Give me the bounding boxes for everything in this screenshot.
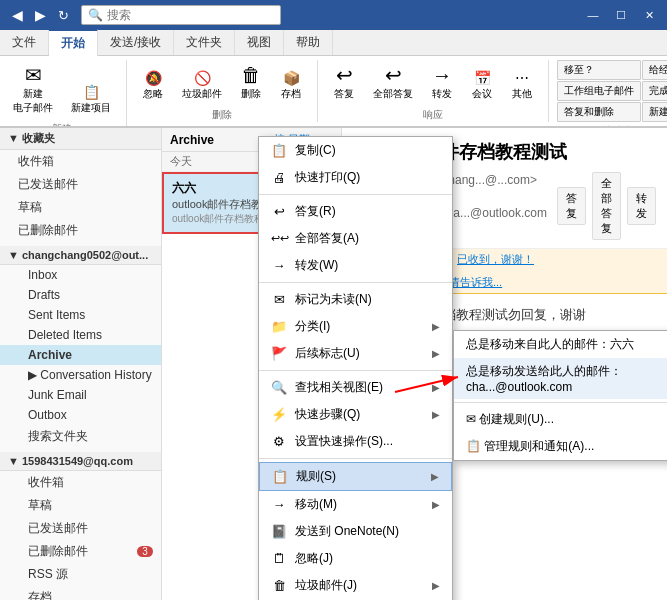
delete-btn[interactable]: 🗑 删除 <box>233 60 269 106</box>
sidebar-item-sent-fav[interactable]: 已发送邮件 <box>0 173 161 196</box>
new-item-btn[interactable]: 📋 新建项目 <box>64 80 118 120</box>
reply-btn[interactable]: ↩ 答复 <box>326 60 362 106</box>
rules-submenu-item-2[interactable]: 总是移动发送给此人的邮件：cha...@outlook.com <box>454 358 667 399</box>
quick-step-2[interactable]: 给经理 <box>642 60 667 80</box>
forward-action-btn[interactable]: 转发 <box>627 187 656 225</box>
ribbon-respond-label: 响应 <box>423 108 443 122</box>
sidebar-item-rss-qq[interactable]: RSS 源 <box>0 563 161 586</box>
categorize-arrow: ▶ <box>432 321 440 332</box>
favorites-header[interactable]: ▼ 收藏夹 <box>0 128 161 150</box>
ctx-onenote[interactable]: 📓 发送到 OneNote(N) <box>259 518 452 545</box>
ctx-quick-steps[interactable]: ⚡ 快速步骤(Q) ▶ <box>259 401 452 428</box>
sidebar-item-deleted-items[interactable]: Deleted Items <box>0 325 161 345</box>
quick-step-6[interactable]: 新建 <box>642 102 667 122</box>
archive-ribbon-label: 存档 <box>281 87 301 101</box>
ribbon-delete-label: 删除 <box>212 108 232 122</box>
sidebar-item-sent-qq[interactable]: 已发送邮件 <box>0 517 161 540</box>
reading-actions: 答复 全部答复 转发 <box>557 172 656 240</box>
ctx-forward-label: 转发(W) <box>295 257 440 274</box>
maximize-btn[interactable]: ☐ <box>611 5 631 25</box>
ctx-mark-unread[interactable]: ✉ 标记为未读(N) <box>259 286 452 313</box>
ctx-ignore[interactable]: 🗒 忽略(J) <box>259 545 452 572</box>
tab-help[interactable]: 帮助 <box>284 30 333 55</box>
qq-header[interactable]: ▼ 1598431549@qq.com <box>0 452 161 471</box>
sidebar-item-inbox[interactable]: Inbox <box>0 265 161 285</box>
new-email-label: 新建电子邮件 <box>13 87 53 115</box>
junk-btn[interactable]: 🚫 垃圾邮件 <box>175 66 229 106</box>
ctx-quick-steps-label: 快速步骤(Q) <box>295 406 424 423</box>
quick-step-5[interactable]: 答复和删除 <box>557 102 641 122</box>
forward-btn[interactable]: ▶ <box>31 5 50 25</box>
rules-submenu-manage[interactable]: 📋 管理规则和通知(A)... <box>454 433 667 460</box>
ctx-categorize[interactable]: 📁 分类(I) ▶ <box>259 313 452 340</box>
sidebar-item-sent-items[interactable]: Sent Items <box>0 305 161 325</box>
changchang-header[interactable]: ▼ changchang0502@out... <box>0 246 161 265</box>
ctx-junk[interactable]: 🗑 垃圾邮件(J) ▶ <box>259 572 452 599</box>
copy-icon: 📋 <box>271 143 287 158</box>
forward-label: 转发 <box>432 87 452 101</box>
sidebar-item-outbox[interactable]: Outbox <box>0 405 161 425</box>
sidebar-item-deleted-fav[interactable]: 已删除邮件 <box>0 219 161 242</box>
sidebar-item-junk[interactable]: Junk Email <box>0 385 161 405</box>
ctx-ignore-label: 忽略(J) <box>295 550 440 567</box>
ctx-quickprint[interactable]: 🖨 快速打印(Q) <box>259 164 452 191</box>
reply-all-ctx-icon: ↩↩ <box>271 232 287 245</box>
reply-all-action-btn[interactable]: 全部答复 <box>592 172 621 240</box>
sidebar-item-conversation-history[interactable]: ▶ Conversation History <box>0 365 161 385</box>
more-respond-btn[interactable]: ⋯ 其他 <box>504 66 540 106</box>
ignore-btn[interactable]: 🔕 忽略 <box>135 66 171 106</box>
junk-ctx-icon: 🗑 <box>271 578 287 593</box>
rules-submenu-create[interactable]: ✉ 创建规则(U)... <box>454 406 667 433</box>
search-bar[interactable]: 🔍 <box>81 5 281 25</box>
tab-home[interactable]: 开始 <box>49 29 98 56</box>
reply-icon: ↩ <box>336 65 353 85</box>
tab-view[interactable]: 视图 <box>235 30 284 55</box>
sidebar-item-inbox-qq[interactable]: 收件箱 <box>0 471 161 494</box>
sidebar-item-drafts[interactable]: Drafts <box>0 285 161 305</box>
delete-icon: 🗑 <box>241 65 261 85</box>
sidebar-item-archive-qq[interactable]: 存档 <box>0 586 161 600</box>
ctx-follow-up[interactable]: 🚩 后续标志(U) ▶ <box>259 340 452 367</box>
meeting-label: 会议 <box>472 87 492 101</box>
sidebar-section-favorites: ▼ 收藏夹 收件箱 已发送邮件 草稿 已删除邮件 <box>0 128 161 242</box>
sidebar-item-drafts-qq[interactable]: 草稿 <box>0 494 161 517</box>
ctx-copy[interactable]: 📋 复制(C) <box>259 137 452 164</box>
tab-file[interactable]: 文件 <box>0 30 49 55</box>
close-btn[interactable]: ✕ <box>639 5 659 25</box>
more-respond-icon: ⋯ <box>515 71 529 85</box>
sidebar-item-deleted-qq[interactable]: 已删除邮件3 <box>0 540 161 563</box>
follow-up-icon: 🚩 <box>271 346 287 361</box>
search-input[interactable] <box>107 8 274 22</box>
quick-step-4[interactable]: 完成 <box>642 81 667 101</box>
sidebar-item-drafts-fav[interactable]: 草稿 <box>0 196 161 219</box>
tab-folder[interactable]: 文件夹 <box>174 30 235 55</box>
ctx-rules[interactable]: 📋 规则(S) ▶ <box>259 462 452 491</box>
junk-icon: 🚫 <box>194 71 211 85</box>
reply-action-btn[interactable]: 答复 <box>557 187 586 225</box>
rules-submenu-item-1[interactable]: 总是移动来自此人的邮件：六六 <box>454 331 667 358</box>
archive-ribbon-btn[interactable]: 📦 存档 <box>273 66 309 106</box>
ctx-reply[interactable]: ↩ 答复(R) <box>259 198 452 225</box>
refresh-btn[interactable]: ↻ <box>54 6 73 25</box>
reply-all-btn[interactable]: ↩ 全部答复 <box>366 60 420 106</box>
ctx-set-quick-action[interactable]: ⚙ 设置快速操作(S)... <box>259 428 452 455</box>
new-email-btn[interactable]: ✉ 新建电子邮件 <box>6 60 60 120</box>
info-bar-link-1[interactable]: 已收到，谢谢！ <box>457 252 534 267</box>
quick-step-3[interactable]: 工作组电子邮件 <box>557 81 641 101</box>
ctx-find-related[interactable]: 🔍 查找相关视图(E) ▶ <box>259 374 452 401</box>
sidebar-item-inbox-fav[interactable]: 收件箱 <box>0 150 161 173</box>
ctx-move[interactable]: → 移动(M) ▶ <box>259 491 452 518</box>
meeting-btn[interactable]: 📅 会议 <box>464 66 500 106</box>
forward-ctx-icon: → <box>271 258 287 273</box>
ctx-forward[interactable]: → 转发(W) <box>259 252 452 279</box>
forward-btn[interactable]: → 转发 <box>424 60 460 106</box>
back-btn[interactable]: ◀ <box>8 5 27 25</box>
minimize-btn[interactable]: — <box>583 5 603 25</box>
sidebar-item-archive[interactable]: Archive <box>0 345 161 365</box>
new-item-label: 新建项目 <box>71 101 111 115</box>
ctx-reply-all[interactable]: ↩↩ 全部答复(A) <box>259 225 452 252</box>
quick-step-1[interactable]: 移至？ <box>557 60 641 80</box>
sidebar-item-search-folders[interactable]: 搜索文件夹 <box>0 425 161 448</box>
tab-send-receive[interactable]: 发送/接收 <box>98 30 174 55</box>
onenote-ctx-icon: 📓 <box>271 524 287 539</box>
